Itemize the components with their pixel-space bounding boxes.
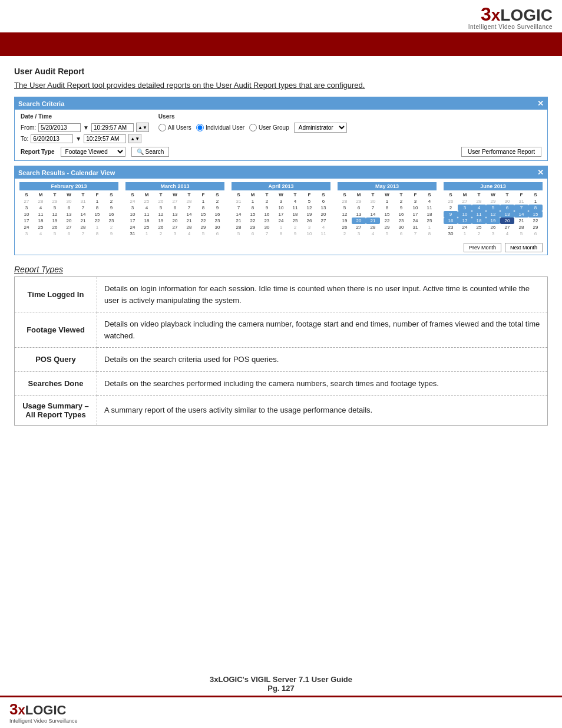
calendar-day[interactable]: 8: [380, 205, 394, 211]
calendar-day[interactable]: 2: [104, 224, 118, 230]
calendar-day[interactable]: 9: [210, 205, 224, 211]
calendar-day[interactable]: 1: [196, 198, 210, 205]
calendar-day[interactable]: 6: [316, 198, 330, 205]
calendar-day[interactable]: 23: [394, 218, 408, 224]
calendar-day[interactable]: 16: [394, 211, 408, 218]
calendar-day[interactable]: 25: [140, 198, 154, 205]
calendar-day[interactable]: 8: [422, 230, 437, 237]
calendar-day[interactable]: 9: [260, 205, 274, 211]
from-time-spin[interactable]: ▲▼: [136, 123, 149, 132]
calendar-day[interactable]: 22: [528, 218, 543, 224]
calendar-day[interactable]: 18: [34, 218, 48, 224]
calendar-day[interactable]: 27: [352, 224, 366, 230]
calendar-day[interactable]: 28: [34, 198, 48, 205]
calendar-day[interactable]: 16: [104, 211, 118, 218]
calendar-day[interactable]: 31: [125, 230, 140, 237]
calendar-day[interactable]: 13: [316, 205, 330, 211]
report-type-dropdown[interactable]: Footage Viewed: [61, 147, 125, 157]
calendar-day[interactable]: 7: [182, 205, 196, 211]
calendar-day[interactable]: 5: [486, 205, 500, 211]
calendar-day[interactable]: 4: [366, 230, 380, 237]
calendar-day[interactable]: 7: [260, 230, 274, 237]
calendar-day[interactable]: 26: [154, 198, 168, 205]
calendar-day[interactable]: 29: [352, 198, 366, 205]
calendar-day[interactable]: 23: [104, 218, 118, 224]
all-users-radio-label[interactable]: All Users: [158, 124, 191, 131]
calendar-day[interactable]: 18: [472, 218, 486, 224]
calendar-day[interactable]: 3: [19, 205, 34, 211]
calendar-day[interactable]: 25: [288, 218, 302, 224]
calendar-day[interactable]: 30: [500, 198, 514, 205]
calendar-day[interactable]: 5: [302, 198, 316, 205]
calendar-day[interactable]: 16: [210, 211, 224, 218]
calendar-day[interactable]: 19: [338, 218, 352, 224]
calendar-day[interactable]: 29: [246, 224, 260, 230]
calendar-day[interactable]: 4: [500, 230, 514, 237]
all-users-radio[interactable]: [158, 124, 166, 131]
calendar-day[interactable]: 3: [168, 230, 182, 237]
calendar-day[interactable]: 14: [232, 211, 246, 218]
calendar-day[interactable]: 2: [472, 230, 486, 237]
calendar-day[interactable]: 19: [302, 211, 316, 218]
calendar-day[interactable]: 3: [458, 205, 472, 211]
calendar-day[interactable]: 27: [458, 198, 472, 205]
calendar-day[interactable]: 1: [458, 230, 472, 237]
calendar-day[interactable]: 27: [19, 198, 34, 205]
calendar-day[interactable]: 23: [260, 218, 274, 224]
calendar-day[interactable]: 9: [288, 230, 302, 237]
search-button[interactable]: 🔍 Search: [131, 147, 170, 157]
calendar-day[interactable]: 3: [302, 224, 316, 230]
calendar-day[interactable]: 17: [458, 218, 472, 224]
calendar-day[interactable]: 6: [62, 230, 76, 237]
calendar-day[interactable]: 3: [19, 230, 34, 237]
calendar-day[interactable]: 5: [196, 230, 210, 237]
calendar-day[interactable]: 6: [210, 230, 224, 237]
calendar-day[interactable]: 11: [140, 211, 154, 218]
next-month-button[interactable]: Next Month: [505, 243, 543, 252]
calendar-day[interactable]: 5: [154, 205, 168, 211]
calendar-day[interactable]: 31: [76, 198, 90, 205]
calendar-day[interactable]: 26: [302, 218, 316, 224]
calendar-day[interactable]: 20: [352, 218, 366, 224]
calendar-day[interactable]: 30: [62, 198, 76, 205]
calendar-day[interactable]: 1: [246, 198, 260, 205]
calendar-day[interactable]: 21: [76, 218, 90, 224]
calendar-day[interactable]: 4: [422, 198, 437, 205]
calendar-day[interactable]: 1: [90, 224, 104, 230]
calendar-day[interactable]: 27: [500, 224, 514, 230]
calendar-panel-close[interactable]: ✕: [537, 168, 544, 177]
calendar-day[interactable]: 22: [196, 218, 210, 224]
search-panel-close[interactable]: ✕: [537, 99, 544, 108]
calendar-day[interactable]: 26: [48, 224, 62, 230]
individual-user-radio-label[interactable]: Individual User: [196, 124, 244, 131]
calendar-day[interactable]: 11: [472, 211, 486, 218]
calendar-day[interactable]: 25: [422, 218, 437, 224]
calendar-day[interactable]: 21: [514, 218, 528, 224]
calendar-day[interactable]: 20: [500, 218, 514, 224]
calendar-day[interactable]: 16: [444, 218, 458, 224]
calendar-day[interactable]: 2: [104, 198, 118, 205]
calendar-day[interactable]: 11: [288, 205, 302, 211]
calendar-day[interactable]: 30: [444, 230, 458, 237]
calendar-day[interactable]: 4: [182, 230, 196, 237]
calendar-day[interactable]: 4: [140, 205, 154, 211]
calendar-day[interactable]: 18: [422, 211, 437, 218]
individual-user-radio[interactable]: [196, 124, 204, 131]
calendar-day[interactable]: 1: [274, 224, 288, 230]
calendar-day[interactable]: 3: [408, 198, 422, 205]
calendar-day[interactable]: 13: [352, 211, 366, 218]
calendar-day[interactable]: 21: [366, 218, 380, 224]
calendar-day[interactable]: 11: [34, 211, 48, 218]
calendar-day[interactable]: 29: [486, 198, 500, 205]
calendar-day[interactable]: 2: [394, 198, 408, 205]
calendar-day[interactable]: 6: [352, 205, 366, 211]
calendar-day[interactable]: 14: [366, 211, 380, 218]
calendar-day[interactable]: 12: [48, 211, 62, 218]
calendar-day[interactable]: 9: [444, 211, 458, 218]
from-date-arrow[interactable]: ▼: [83, 124, 89, 131]
calendar-day[interactable]: 24: [125, 198, 140, 205]
calendar-day[interactable]: 14: [76, 211, 90, 218]
calendar-day[interactable]: 14: [514, 211, 528, 218]
calendar-day[interactable]: 4: [288, 198, 302, 205]
calendar-day[interactable]: 2: [288, 224, 302, 230]
